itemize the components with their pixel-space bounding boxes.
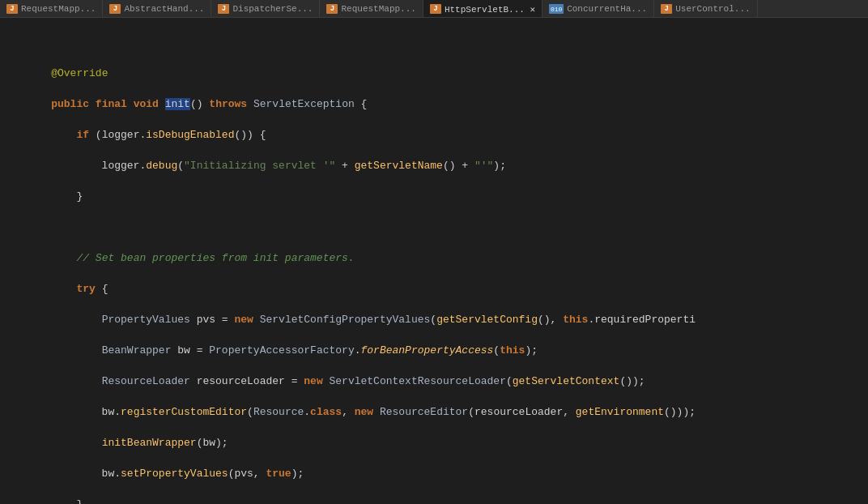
- tab-label: DispatcherSe...: [232, 4, 313, 14]
- code-line: ResourceLoader resourceLoader = new Serv…: [26, 374, 868, 389]
- tab-requestmapping1[interactable]: J RequestMapp...: [0, 0, 103, 18]
- code-line: @Override: [26, 66, 868, 81]
- code-line: bw.registerCustomEditor(Resource.class, …: [26, 404, 868, 420]
- code-line: }: [26, 497, 868, 504]
- code-line: initBeanWrapper(bw);: [26, 435, 868, 451]
- line-numbers: [0, 18, 23, 504]
- java-icon: J: [6, 4, 18, 14]
- java-icon: J: [109, 4, 121, 14]
- java-icon: J: [661, 4, 672, 14]
- tab-label: RequestMapp...: [341, 4, 415, 14]
- tab-label: RequestMapp...: [21, 4, 96, 14]
- code-line: [26, 220, 868, 235]
- tab-concurrentha[interactable]: 010 ConcurrentHa...: [542, 0, 654, 18]
- java-icon: J: [218, 4, 229, 14]
- java-icon: J: [430, 4, 441, 14]
- code-line: BeanWrapper bw = PropertyAccessorFactory…: [26, 343, 868, 358]
- java-icon: J: [326, 4, 338, 14]
- code-area: @Override public final void init() throw…: [0, 18, 868, 504]
- code-line: [26, 35, 868, 50]
- tab-bar: J RequestMapp... J AbstractHand... J Dis…: [0, 0, 868, 18]
- code-line: PropertyValues pvs = new ServletConfigPr…: [26, 312, 868, 327]
- code-line: }: [26, 189, 868, 204]
- code-line: // Set bean properties from init paramet…: [26, 250, 868, 266]
- tab-httpservletb[interactable]: J HttpServletB... ✕: [423, 0, 542, 18]
- code-line: public final void init() throws ServletE…: [26, 96, 868, 112]
- tab-usercontrol[interactable]: J UserControl...: [654, 0, 757, 18]
- code-line: bw.setPropertyValues(pvs, true);: [26, 466, 868, 481]
- code-content[interactable]: @Override public final void init() throw…: [23, 18, 868, 504]
- code-line: if (logger.isDebugEnabled()) {: [26, 127, 868, 143]
- tab-label: HttpServletB... ✕: [445, 4, 535, 15]
- tab-dispatcherse[interactable]: J DispatcherSe...: [211, 0, 320, 18]
- tab-abstracthand[interactable]: J AbstractHand...: [103, 0, 211, 18]
- tab-label: UserControl...: [675, 4, 750, 14]
- num-icon: 010: [549, 4, 564, 14]
- code-line: try {: [26, 281, 868, 297]
- tab-requestmapp2[interactable]: J RequestMapp...: [320, 0, 423, 18]
- tab-label: ConcurrentHa...: [567, 4, 647, 14]
- code-line: logger.debug("Initializing servlet '" + …: [26, 158, 868, 173]
- tab-label: AbstractHand...: [124, 4, 204, 14]
